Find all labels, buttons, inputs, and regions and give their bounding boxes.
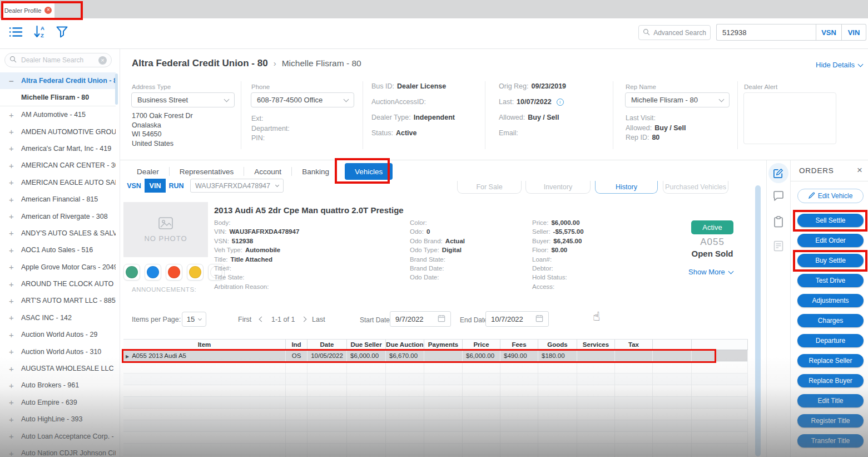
col-due-seller[interactable]: Due Seller: [347, 340, 386, 350]
pager-first[interactable]: First: [238, 316, 251, 323]
expand-icon[interactable]: +: [9, 330, 18, 340]
sidebar-item-rep[interactable]: Michelle Flisram - 80: [0, 89, 116, 106]
expand-icon[interactable]: +: [9, 296, 18, 306]
filter-history[interactable]: History: [595, 181, 658, 194]
info-icon[interactable]: i: [557, 99, 564, 106]
order-action-button[interactable]: Test Drive: [797, 274, 864, 287]
expand-icon[interactable]: +: [9, 212, 18, 221]
filter-purchased[interactable]: Purchased Vehicles: [663, 181, 728, 194]
expand-icon[interactable]: +: [9, 313, 18, 322]
list-view-icon[interactable]: [9, 26, 23, 40]
comments-icon[interactable]: [766, 190, 790, 202]
order-action-button[interactable]: Buy Settle: [797, 254, 864, 267]
expand-icon[interactable]: +: [9, 397, 18, 407]
sidebar-dealer-item[interactable]: + Auto Loan Acceptance Corp. -: [0, 427, 116, 444]
pager-last[interactable]: Last: [312, 316, 325, 323]
hide-details-link[interactable]: Hide Details: [816, 61, 862, 69]
vin-dropdown[interactable]: WAU3FAFRXDA478947: [190, 179, 284, 193]
order-action-button[interactable]: Departure: [797, 334, 864, 347]
vin-search-button[interactable]: VIN: [842, 24, 866, 41]
segment-vsn[interactable]: VSN: [123, 179, 145, 193]
order-action-button[interactable]: Adjustments: [797, 294, 864, 307]
vsn-search-button[interactable]: VSN: [816, 24, 842, 41]
col-item[interactable]: Item: [123, 340, 286, 350]
sidebar-dealer-item[interactable]: + Auto HighLine - 393: [0, 411, 116, 427]
expand-icon[interactable]: +: [9, 449, 18, 457]
global-search-input[interactable]: [716, 24, 816, 41]
sidebar-dealer-item[interactable]: + AROUND THE CLOCK AUTO L: [0, 276, 116, 292]
breadcrumb-rep[interactable]: Michelle Flisram - 80: [282, 58, 361, 68]
filter-icon[interactable]: [56, 26, 68, 41]
rep-name-select[interactable]: Michelle Flisram - 80: [625, 92, 730, 107]
clipboard-icon[interactable]: [766, 216, 790, 228]
expand-icon[interactable]: +: [9, 178, 18, 187]
expand-icon[interactable]: +: [9, 381, 18, 390]
main-scrollbar[interactable]: [755, 185, 761, 456]
sidebar-dealer-item[interactable]: + America's Car Mart, Inc - 419: [0, 140, 116, 157]
tab-account[interactable]: Account: [244, 168, 291, 176]
collapse-icon[interactable]: −: [9, 76, 18, 86]
col-tax[interactable]: Tax: [615, 340, 653, 350]
clear-search-icon[interactable]: ×: [98, 56, 107, 65]
show-more-link[interactable]: Show More: [688, 268, 733, 276]
col-price[interactable]: Price: [463, 340, 500, 350]
expand-icon[interactable]: +: [9, 110, 18, 120]
address-type-select[interactable]: Business Street: [131, 92, 235, 107]
edit-vehicle-button[interactable]: Edit Vehicle: [797, 189, 864, 203]
expand-icon[interactable]: +: [9, 228, 18, 238]
close-tab-icon[interactable]: ×: [44, 7, 52, 14]
sort-az-icon[interactable]: A Z: [33, 24, 47, 41]
light-red-button[interactable]: [166, 264, 182, 281]
col-due-auction[interactable]: Due Auction: [386, 340, 424, 350]
order-history-row[interactable]: ▶A055 2013 Audi A5 OS 10/05/2022 $6,000.…: [123, 350, 748, 362]
report-icon[interactable]: [766, 240, 790, 252]
sidebar-dealer-item[interactable]: + Auto Empire - 639: [0, 394, 116, 411]
col-services[interactable]: Services: [577, 340, 615, 350]
segment-run[interactable]: RUN: [166, 179, 187, 193]
sidebar-dealer-item[interactable]: + Auction World Autos - 310: [0, 343, 116, 360]
light-blue-button[interactable]: [145, 264, 161, 281]
segment-vin[interactable]: VIN: [145, 179, 166, 193]
expand-icon[interactable]: +: [9, 262, 18, 272]
close-icon[interactable]: ×: [857, 165, 862, 176]
order-action-button[interactable]: Register Title: [797, 414, 864, 427]
phone-select[interactable]: 608-787-4500 Office: [251, 92, 354, 107]
col-payments[interactable]: Payments: [424, 340, 463, 350]
sidebar-dealer-item[interactable]: + AMDEN AUTOMOTIVE GROUP: [0, 123, 116, 140]
expand-icon[interactable]: +: [9, 144, 18, 153]
sidebar-dealer-item[interactable]: + Auto Brokers - 961: [0, 377, 116, 394]
dealer-search-input[interactable]: [20, 56, 95, 65]
dealer-profile-tab[interactable]: Dealer Profile ×: [2, 2, 54, 18]
expand-icon[interactable]: +: [9, 415, 18, 424]
chevron-right-icon[interactable]: [301, 317, 307, 322]
sidebar-dealer-item[interactable]: + Apple Grove Motor Cars - 2049: [0, 259, 116, 276]
sidebar-dealer-item[interactable]: + American of Rivergate - 308: [0, 208, 116, 224]
chevron-left-icon[interactable]: [259, 317, 265, 322]
edit-notes-icon[interactable]: [766, 163, 790, 183]
filter-inventory[interactable]: Inventory: [525, 181, 591, 194]
expand-icon[interactable]: +: [9, 245, 18, 255]
sidebar-scrollbar[interactable]: [115, 73, 118, 105]
expand-row-icon[interactable]: ▶: [126, 354, 129, 359]
light-green-button[interactable]: [123, 264, 140, 281]
order-action-button[interactable]: Edit Order: [797, 234, 864, 247]
sidebar-dealer-item[interactable]: + American Financial - 815: [0, 191, 116, 208]
expand-icon[interactable]: +: [9, 431, 18, 441]
breadcrumb-dealer[interactable]: Altra Federal Credit Union - 80: [132, 58, 268, 69]
dealer-alert-box[interactable]: [743, 92, 836, 144]
col-date[interactable]: Date: [307, 340, 347, 350]
sidebar-dealer-item[interactable]: + AMERICAN EAGLE AUTO SALES: [0, 174, 116, 191]
tab-dealer[interactable]: Dealer: [127, 168, 169, 176]
advanced-search-button[interactable]: Advanced Search: [638, 25, 711, 40]
sidebar-dealer-item[interactable]: + Auto Nation CDJR Johnson City: [0, 445, 116, 457]
expand-icon[interactable]: +: [9, 127, 18, 136]
light-yellow-button[interactable]: [187, 264, 204, 281]
sidebar-dealer-item[interactable]: + AM Automotive - 415: [0, 106, 116, 123]
sidebar-dealer-item[interactable]: + AMERICAN CAR CENTER - 307: [0, 157, 116, 174]
sidebar-dealer-item[interactable]: + ASAC INC - 142: [0, 309, 116, 326]
sidebar-item-active-dealer[interactable]: − Altra Federal Credit Union - 80: [0, 72, 116, 89]
end-date-input[interactable]: 10/7/2022: [485, 311, 549, 327]
sidebar-dealer-item[interactable]: + AUGUSTA WHOLESALE LLC -: [0, 360, 116, 377]
order-action-button[interactable]: Charges: [797, 314, 864, 327]
expand-icon[interactable]: +: [9, 161, 18, 170]
